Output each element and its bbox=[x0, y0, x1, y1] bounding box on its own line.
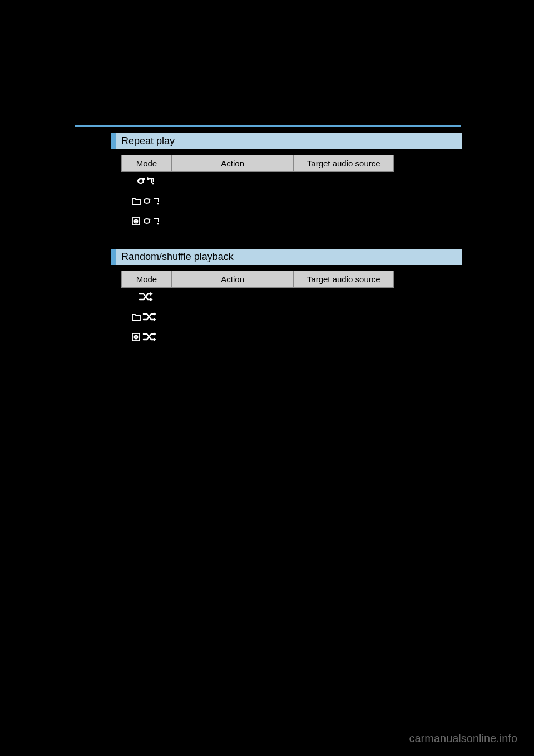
svg-point-10 bbox=[136, 221, 137, 222]
table-row bbox=[122, 212, 394, 232]
table-row bbox=[122, 288, 394, 308]
shuffle-folder-icon bbox=[131, 311, 161, 325]
svg-marker-16 bbox=[154, 312, 156, 316]
section-title: Random/shuffle playback bbox=[121, 251, 234, 262]
table-row bbox=[122, 172, 394, 193]
repeat-track-icon bbox=[135, 175, 157, 189]
section-header-random: Random/shuffle playback bbox=[111, 249, 462, 265]
table-row bbox=[122, 192, 394, 212]
svg-marker-13 bbox=[157, 223, 159, 225]
col-header-target: Target audio source bbox=[294, 155, 394, 172]
col-header-action: Action bbox=[171, 271, 293, 288]
svg-marker-17 bbox=[154, 318, 156, 321]
shuffle-album-icon bbox=[131, 331, 161, 345]
col-header-mode: Mode bbox=[122, 271, 172, 288]
svg-point-20 bbox=[136, 337, 137, 338]
col-header-target: Target audio source bbox=[294, 271, 394, 288]
top-rule bbox=[75, 125, 461, 127]
repeat-table: Mode Action Target audio source bbox=[121, 155, 394, 232]
section-header-repeat: Repeat play bbox=[111, 133, 462, 149]
random-table: Mode Action Target audio source bbox=[121, 271, 394, 348]
col-header-mode: Mode bbox=[122, 155, 172, 172]
col-header-action: Action bbox=[171, 155, 293, 172]
table-row bbox=[122, 308, 394, 328]
table-row bbox=[122, 328, 394, 348]
shuffle-icon bbox=[138, 291, 155, 305]
repeat-album-icon bbox=[131, 215, 161, 229]
repeat-folder-icon bbox=[131, 195, 161, 209]
watermark-text: carmanualsonline.info bbox=[409, 732, 517, 745]
svg-marker-21 bbox=[154, 332, 156, 336]
svg-marker-4 bbox=[152, 183, 154, 185]
svg-marker-15 bbox=[150, 298, 153, 301]
svg-marker-14 bbox=[150, 292, 153, 296]
svg-marker-7 bbox=[157, 203, 159, 205]
section-title: Repeat play bbox=[121, 135, 175, 146]
svg-marker-22 bbox=[154, 338, 156, 341]
